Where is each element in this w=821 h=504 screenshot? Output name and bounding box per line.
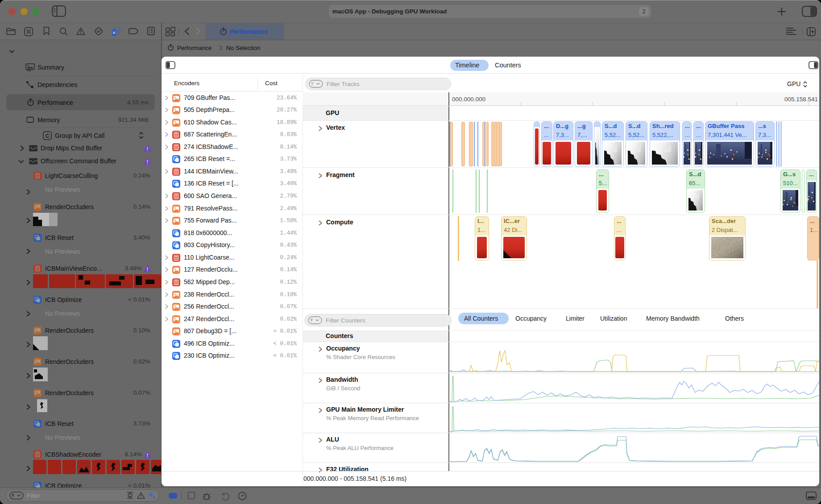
svg-text:C: C bbox=[46, 133, 50, 139]
